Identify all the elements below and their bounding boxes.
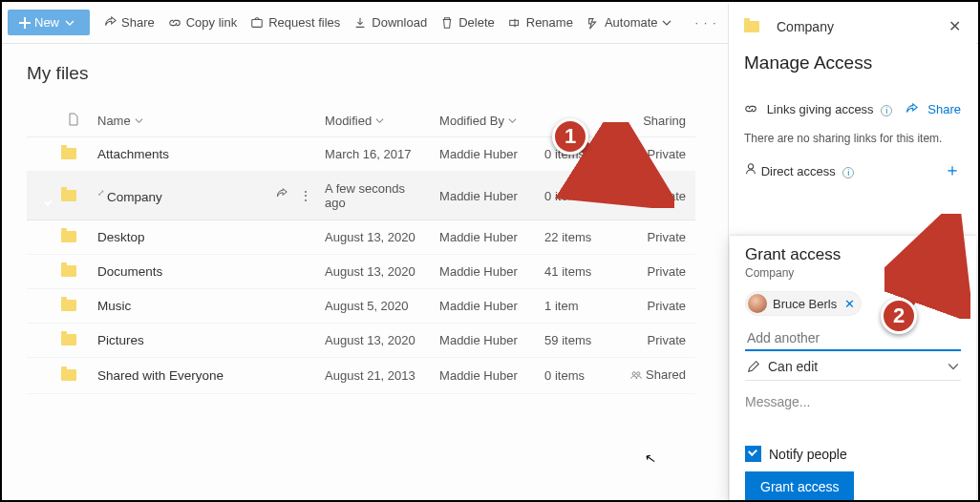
message-input[interactable]: Message...	[745, 394, 961, 409]
row-items: 1 item	[539, 289, 625, 324]
column-modifiedby[interactable]: Modified By	[434, 107, 539, 137]
column-name[interactable]: Name	[92, 107, 319, 137]
download-icon	[353, 16, 367, 30]
recipient-name: Bruce Berls	[773, 297, 837, 311]
copy-link-button[interactable]: Copy link	[168, 15, 237, 30]
panel-heading: Manage Access	[744, 52, 961, 73]
row-modifiedby: Maddie Huber	[434, 137, 539, 172]
row-sharing: Private	[625, 255, 695, 289]
grant-access-button[interactable]: Grant access	[745, 471, 854, 502]
share-button[interactable]: Share	[905, 102, 961, 116]
add-direct-access-button[interactable]: ＋	[944, 158, 961, 181]
panel-folder-name: Company	[777, 19, 834, 34]
svg-rect-1	[510, 20, 519, 25]
share-icon	[905, 103, 918, 116]
chevron-down-icon	[375, 116, 384, 125]
row-menu-icon[interactable]: ⋮	[299, 189, 313, 203]
row-name[interactable]: Pictures	[92, 324, 319, 358]
folder-icon	[61, 148, 76, 159]
add-recipient-input[interactable]	[745, 324, 961, 351]
column-type[interactable]	[55, 107, 92, 137]
row-items: 59 items	[539, 324, 625, 358]
row-modified: A few seconds ago	[319, 172, 434, 220]
row-name[interactable]: ⤢Company⋮	[92, 172, 319, 220]
folder-icon	[744, 21, 759, 32]
request-files-button[interactable]: Request files	[250, 15, 340, 30]
table-row[interactable]: Shared with EveryoneAugust 21, 2013Maddi…	[27, 358, 695, 394]
share-icon[interactable]	[275, 188, 288, 200]
svg-point-4	[748, 163, 753, 168]
row-items: 41 items	[539, 255, 625, 289]
row-items: 22 items	[539, 220, 625, 255]
table-row[interactable]: MusicAugust 5, 2020Maddie Huber1 itemPri…	[27, 289, 695, 324]
row-modified: August 21, 2013	[319, 358, 434, 394]
notify-label: Notify people	[769, 447, 847, 462]
chevron-down-icon	[662, 18, 671, 28]
remove-chip-icon[interactable]: ✕	[844, 297, 855, 311]
automate-button[interactable]: Automate	[586, 15, 676, 30]
link-icon	[168, 16, 181, 30]
row-modifiedby: Maddie Huber	[434, 324, 539, 358]
chevron-down-icon	[948, 361, 959, 372]
row-modified: August 5, 2020	[319, 289, 434, 324]
person-icon	[744, 162, 757, 176]
row-name[interactable]: Music	[92, 289, 319, 324]
row-modifiedby: Maddie Huber	[434, 358, 539, 394]
table-row[interactable]: DocumentsAugust 13, 2020Maddie Huber41 i…	[27, 255, 695, 289]
folder-icon	[61, 334, 76, 345]
row-modified: August 13, 2020	[319, 324, 434, 358]
new-label: New	[34, 15, 59, 30]
chevron-down-icon	[65, 18, 75, 28]
delete-icon	[440, 16, 454, 30]
svg-point-2	[632, 371, 635, 374]
folder-icon	[61, 265, 76, 277]
row-sharing: Shared	[625, 358, 695, 394]
recipient-chip[interactable]: Bruce Berls ✕	[745, 291, 862, 316]
permission-dropdown[interactable]: Can edit	[745, 351, 961, 381]
cursor-icon: ↖	[644, 450, 658, 467]
row-name[interactable]: Shared with Everyone	[92, 358, 319, 394]
row-modified: August 13, 2020	[319, 220, 434, 255]
row-name[interactable]: Attachments	[92, 137, 319, 172]
row-sharing: Private	[625, 324, 695, 358]
new-button[interactable]: New	[8, 10, 90, 35]
delete-button[interactable]: Delete	[440, 15, 495, 30]
download-button[interactable]: Download	[353, 15, 427, 30]
row-modifiedby: Maddie Huber	[434, 220, 539, 255]
chevron-down-icon	[135, 116, 143, 125]
overflow-button[interactable]: · · ·	[690, 15, 723, 30]
direct-access-label: Direct access	[761, 164, 836, 178]
share-icon	[103, 16, 117, 30]
annotation-badge-2: 2	[881, 298, 917, 334]
svg-rect-0	[252, 19, 263, 27]
folder-icon	[61, 231, 76, 242]
info-icon[interactable]: i	[881, 105, 892, 116]
info-icon[interactable]: i	[842, 167, 854, 178]
close-icon[interactable]: ✕	[948, 17, 961, 35]
table-row[interactable]: PicturesAugust 13, 2020Maddie Huber59 it…	[27, 324, 695, 358]
avatar	[748, 294, 767, 313]
people-icon	[630, 369, 642, 381]
request-files-icon	[250, 16, 264, 30]
share-button[interactable]: Share	[103, 15, 155, 30]
links-giving-access-label: Links giving access	[767, 102, 874, 116]
folder-icon	[61, 369, 76, 381]
row-name[interactable]: Desktop	[92, 220, 319, 255]
row-modifiedby: Maddie Huber	[434, 289, 539, 324]
row-modifiedby: Maddie Huber	[434, 255, 539, 289]
link-icon	[744, 102, 757, 115]
pencil-icon	[747, 360, 760, 373]
svg-point-3	[637, 371, 640, 374]
rename-button[interactable]: Rename	[508, 15, 573, 30]
annotation-badge-1: 1	[552, 118, 588, 155]
notify-checkbox[interactable]	[745, 446, 761, 462]
rename-icon	[508, 16, 522, 30]
column-modified[interactable]: Modified	[319, 107, 434, 137]
row-name[interactable]: Documents	[92, 255, 319, 289]
chevron-down-icon	[508, 116, 517, 125]
row-modifiedby: Maddie Huber	[434, 172, 539, 220]
row-modified: March 16, 2017	[319, 137, 434, 172]
permission-label: Can edit	[768, 359, 818, 374]
table-row[interactable]: DesktopAugust 13, 2020Maddie Huber22 ite…	[27, 220, 695, 255]
folder-icon	[61, 190, 76, 201]
